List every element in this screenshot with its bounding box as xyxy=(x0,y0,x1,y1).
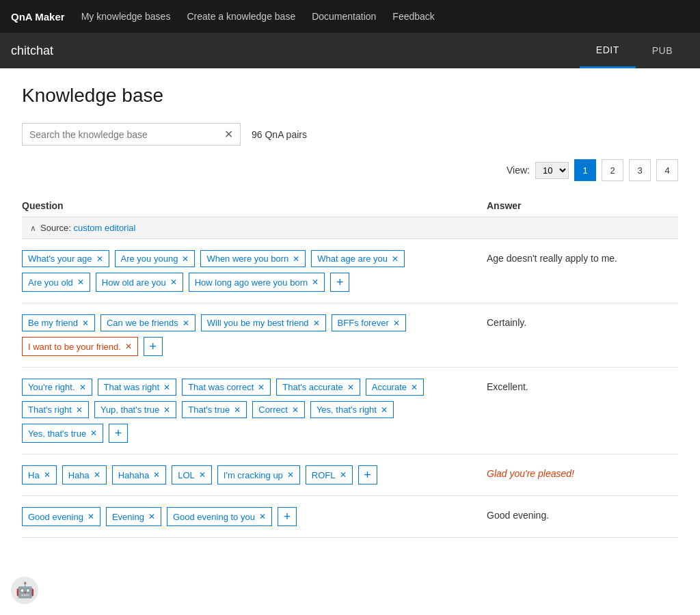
tag-remove-icon[interactable]: ✕ xyxy=(393,318,400,328)
tag-remove-icon[interactable]: ✕ xyxy=(199,470,206,480)
tag-text: I want to be your friend. xyxy=(28,342,121,352)
answer-text: Certainly. xyxy=(487,317,526,328)
tag-text: BFFs forever xyxy=(338,318,389,328)
tag-remove-icon[interactable]: ✕ xyxy=(292,405,299,415)
tag: Be my friend✕ xyxy=(22,314,95,331)
tag-remove-icon[interactable]: ✕ xyxy=(79,383,86,392)
tag-remove-icon[interactable]: ✕ xyxy=(163,383,170,392)
tag-remove-icon[interactable]: ✕ xyxy=(312,277,319,287)
tag-text: Are you young xyxy=(121,254,178,264)
tag-remove-icon[interactable]: ✕ xyxy=(182,254,189,264)
tab-edit[interactable]: EDIT xyxy=(580,33,636,68)
tag-remove-icon[interactable]: ✕ xyxy=(259,512,266,521)
page-btn-1[interactable]: 1 xyxy=(574,159,596,181)
tag: Yes, that's true✕ xyxy=(22,424,103,443)
source-row: ∧ Source: custom editorial xyxy=(22,217,678,239)
tag-remove-icon[interactable]: ✕ xyxy=(82,318,89,328)
tag-remove-icon[interactable]: ✕ xyxy=(234,405,241,415)
tag-remove-icon[interactable]: ✕ xyxy=(313,318,320,328)
page-btn-3[interactable]: 3 xyxy=(629,159,651,181)
tag-remove-icon[interactable]: ✕ xyxy=(340,470,347,480)
tag-remove-icon[interactable]: ✕ xyxy=(293,254,299,264)
view-select[interactable]: 10 20 50 xyxy=(535,162,569,179)
tag-remove-icon[interactable]: ✕ xyxy=(381,405,388,415)
tag-text: What age are you xyxy=(317,254,388,264)
tag: What's your age✕ xyxy=(22,250,109,267)
tag-remove-icon[interactable]: ✕ xyxy=(148,512,155,521)
nav-tabs: EDIT PUB xyxy=(580,33,689,68)
page-btn-4[interactable]: 4 xyxy=(656,159,678,181)
table-row: Ha✕Haha✕Hahaha✕LOL✕I'm cracking up✕ROFL✕… xyxy=(22,454,678,496)
tag-text: That's true xyxy=(188,405,230,415)
tag-remove-icon[interactable]: ✕ xyxy=(287,470,294,480)
table-row: Good evening✕Evening✕Good evening to you… xyxy=(22,496,678,538)
tag-remove-icon[interactable]: ✕ xyxy=(411,383,418,392)
tag-text: Evening xyxy=(112,512,144,522)
tag-remove-icon[interactable]: ✕ xyxy=(163,405,170,415)
tag: I'm cracking up✕ xyxy=(217,465,300,484)
tag-remove-icon[interactable]: ✕ xyxy=(125,342,132,351)
tag-remove-icon[interactable]: ✕ xyxy=(170,277,177,287)
nav-feedback[interactable]: Feedback xyxy=(392,11,434,22)
page-btn-2[interactable]: 2 xyxy=(602,159,623,181)
search-input[interactable] xyxy=(29,129,220,140)
nav-my-knowledge-bases[interactable]: My knowledge bases xyxy=(81,11,171,22)
search-clear-icon[interactable]: ✕ xyxy=(224,128,233,141)
tag-text: Yes, that's true xyxy=(28,428,86,439)
tab-publish[interactable]: PUB xyxy=(636,33,689,68)
top-navigation: QnA Maker My knowledge bases Create a kn… xyxy=(0,0,700,33)
tag: Are you young✕ xyxy=(115,250,196,267)
answer-col: Age doesn't really apply to me. xyxy=(487,250,678,264)
table-row: You're right.✕That was right✕That was co… xyxy=(22,368,678,454)
tag: Can we be friends✕ xyxy=(100,314,196,331)
table-row: Be my friend✕Can we be friends✕Will you … xyxy=(22,303,678,368)
answer-text: Excellent. xyxy=(487,381,528,392)
tag-text: How old are you xyxy=(102,277,166,288)
tag-remove-icon[interactable]: ✕ xyxy=(392,254,399,264)
questions-col: What's your age✕Are you young✕When were … xyxy=(22,250,487,292)
questions-col: Be my friend✕Can we be friends✕Will you … xyxy=(22,314,487,356)
tag-text: Will you be my best friend xyxy=(207,318,309,328)
tag-remove-icon[interactable]: ✕ xyxy=(94,470,100,480)
source-chevron-icon[interactable]: ∧ xyxy=(30,223,36,233)
tag-remove-icon[interactable]: ✕ xyxy=(153,470,160,480)
tag-remove-icon[interactable]: ✕ xyxy=(258,383,265,392)
tag: I want to be your friend.✕ xyxy=(22,337,138,356)
tag-text: What's your age xyxy=(28,254,92,264)
tag-remove-icon[interactable]: ✕ xyxy=(96,254,103,264)
tag: Yes, that's right✕ xyxy=(310,401,394,418)
add-question-button[interactable]: + xyxy=(330,273,349,292)
table-header: Question Answer xyxy=(22,195,678,217)
tag: You're right.✕ xyxy=(22,379,92,396)
answer-text: Good evening. xyxy=(487,510,549,521)
tag-text: Are you old xyxy=(28,277,73,288)
answer-col: Glad you're pleased! xyxy=(487,465,678,479)
tag-remove-icon[interactable]: ✕ xyxy=(77,277,84,287)
col-question-header: Question xyxy=(22,200,487,211)
tag-text: I'm cracking up xyxy=(224,470,283,480)
tag-remove-icon[interactable]: ✕ xyxy=(90,428,97,438)
add-question-button[interactable]: + xyxy=(144,337,163,356)
nav-documentation[interactable]: Documentation xyxy=(312,11,376,22)
tag-remove-icon[interactable]: ✕ xyxy=(44,470,51,480)
add-question-button[interactable]: + xyxy=(109,424,128,443)
tag-text: Good evening xyxy=(28,512,83,522)
add-question-button[interactable]: + xyxy=(278,507,297,526)
brand-logo: QnA Maker xyxy=(11,11,65,23)
add-question-button[interactable]: + xyxy=(358,465,377,484)
tag: Accurate✕ xyxy=(366,379,424,396)
secondary-navigation: chitchat EDIT PUB xyxy=(0,33,700,68)
view-label: View: xyxy=(507,165,530,176)
page-title: Knowledge base xyxy=(22,85,678,107)
answer-text: Glad you're pleased! xyxy=(487,468,574,479)
nav-create-knowledge-base[interactable]: Create a knowledge base xyxy=(187,11,295,22)
tag-remove-icon[interactable]: ✕ xyxy=(183,318,189,328)
tag-text: Hahaha xyxy=(118,470,150,480)
pagination-row: View: 10 20 50 1 2 3 4 xyxy=(22,159,678,181)
tag-remove-icon[interactable]: ✕ xyxy=(88,512,94,521)
tag-remove-icon[interactable]: ✕ xyxy=(347,383,354,392)
tag: Will you be my best friend✕ xyxy=(201,314,326,331)
tag-remove-icon[interactable]: ✕ xyxy=(76,405,83,415)
tag-text: When were you born xyxy=(206,254,288,264)
tag: How old are you✕ xyxy=(96,273,183,292)
